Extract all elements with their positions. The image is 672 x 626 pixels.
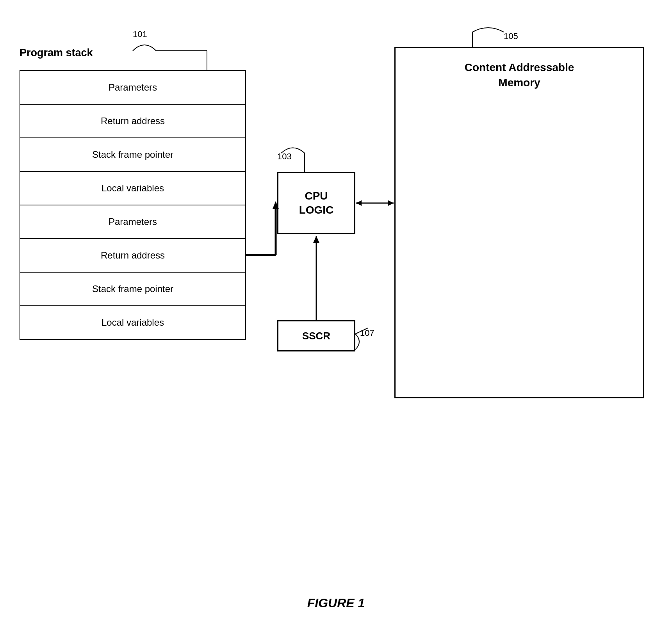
svg-marker-7 bbox=[388, 200, 394, 206]
ref-101: 101 bbox=[133, 29, 147, 39]
sscr-box: SSCR bbox=[277, 320, 355, 351]
program-stack-section: Program stack 101 bbox=[20, 47, 93, 59]
ref-107: 107 bbox=[360, 328, 374, 338]
cam-box: Content AddressableMemory RAC register_1… bbox=[394, 47, 644, 398]
program-stack-title: Program stack bbox=[20, 47, 93, 59]
cpu-logic-box: CPULOGIC bbox=[277, 172, 355, 234]
diagram-container: Program stack 101 Parameters Return addr… bbox=[12, 23, 660, 590]
cam-title: Content AddressableMemory bbox=[396, 60, 643, 90]
stack-cell-return-address-1: Return address bbox=[20, 105, 245, 138]
ref-103: 103 bbox=[277, 152, 292, 162]
svg-marker-9 bbox=[313, 236, 319, 243]
stack-cell-local-variables-2: Local variables bbox=[20, 306, 245, 339]
stack-cell-return-address-2: Return address bbox=[20, 239, 245, 273]
stack-cell-parameters-2: Parameters bbox=[20, 205, 245, 239]
stack-cell-frame-pointer-1: Stack frame pointer bbox=[20, 138, 245, 172]
stack-cell-parameters-1: Parameters bbox=[20, 71, 245, 105]
stack-cell-frame-pointer-2: Stack frame pointer bbox=[20, 273, 245, 306]
program-stack-cells: Parameters Return address Stack frame po… bbox=[20, 70, 246, 340]
ref-105: 105 bbox=[504, 31, 518, 41]
cpu-logic-label: CPULOGIC bbox=[299, 189, 334, 218]
sscr-label: SSCR bbox=[302, 330, 330, 342]
figure-caption: FIGURE 1 bbox=[307, 596, 365, 610]
stack-cell-local-variables-1: Local variables bbox=[20, 172, 245, 205]
svg-marker-6 bbox=[356, 200, 362, 206]
